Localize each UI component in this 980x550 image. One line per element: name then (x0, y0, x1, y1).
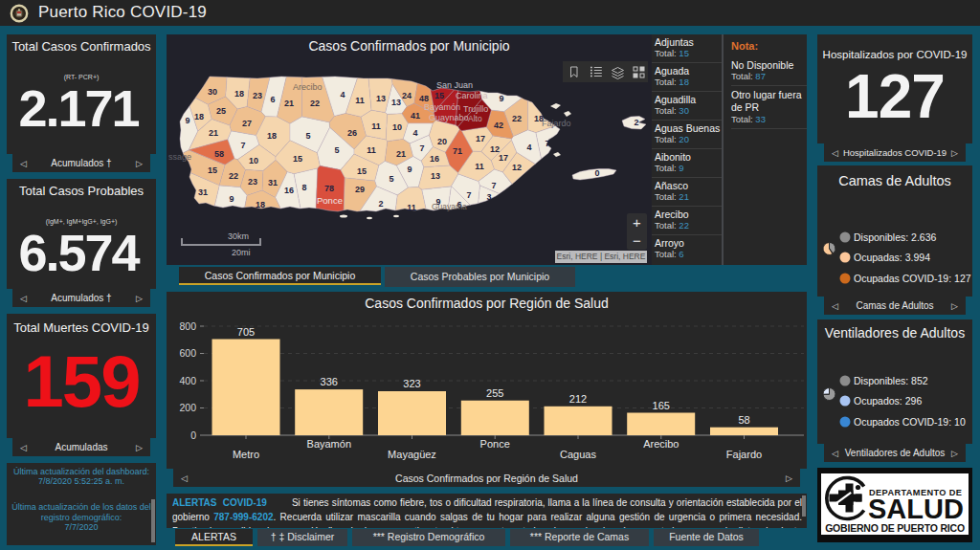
svg-text:Metro: Metro (233, 449, 259, 460)
svg-text:5: 5 (305, 131, 310, 141)
svg-text:21: 21 (284, 99, 294, 108)
svg-text:13: 13 (431, 171, 440, 181)
svg-text:9: 9 (499, 94, 503, 103)
svg-text:20: 20 (437, 137, 447, 146)
svg-text:Disponibles: 852: Disponibles: 852 (854, 375, 928, 386)
svg-text:78: 78 (324, 184, 334, 193)
svg-text:Bayamón: Bayamón (307, 438, 351, 450)
svg-text:Arecibo: Arecibo (293, 82, 323, 92)
svg-text:25: 25 (216, 106, 226, 116)
svg-text:10: 10 (249, 156, 258, 165)
svg-text:Ponce: Ponce (317, 195, 343, 206)
svg-text:15: 15 (434, 91, 444, 100)
svg-text:10: 10 (392, 122, 402, 132)
svg-text:Caguas: Caguas (560, 449, 596, 460)
svg-text:212: 212 (569, 393, 587, 405)
svg-text:Carolina: Carolina (456, 91, 488, 100)
svg-text:71: 71 (453, 146, 462, 156)
svg-text:58: 58 (214, 149, 224, 159)
svg-text:9: 9 (229, 194, 234, 204)
svg-text:Ocupadas: 3.994: Ocupadas: 3.994 (854, 252, 930, 263)
svg-text:Ocupados: 296: Ocupados: 296 (854, 395, 922, 407)
svg-text:23: 23 (253, 91, 262, 100)
svg-text:400: 400 (179, 375, 196, 386)
svg-text:Ocupados COVID-19: 10: Ocupados COVID-19: 10 (854, 416, 966, 428)
svg-text:323: 323 (403, 378, 420, 389)
svg-text:Mayagüez: Mayagüez (388, 449, 436, 460)
svg-text:3: 3 (486, 192, 491, 202)
svg-text:Disponibles: 2.636: Disponibles: 2.636 (854, 231, 937, 243)
svg-text:9: 9 (185, 116, 189, 125)
svg-text:Guayama: Guayama (432, 202, 467, 211)
svg-text:7: 7 (545, 139, 549, 148)
svg-text:2: 2 (378, 199, 383, 209)
svg-text:Ponce: Ponce (480, 438, 510, 450)
svg-text:18: 18 (256, 200, 265, 209)
svg-text:ssage: ssage (168, 152, 191, 162)
svg-text:2: 2 (634, 118, 638, 127)
svg-text:29: 29 (355, 185, 365, 194)
svg-text:58: 58 (738, 414, 749, 426)
svg-text:41: 41 (411, 111, 420, 121)
svg-text:21: 21 (209, 128, 218, 138)
svg-text:4: 4 (412, 128, 417, 138)
svg-text:Ocupadas COVID-19: 127: Ocupadas COVID-19: 127 (854, 273, 971, 284)
svg-text:255: 255 (486, 387, 503, 399)
svg-text:13: 13 (391, 98, 401, 107)
svg-text:11: 11 (355, 96, 365, 105)
svg-text:9: 9 (407, 165, 412, 174)
svg-text:27: 27 (242, 119, 252, 128)
svg-text:5: 5 (389, 174, 393, 184)
svg-text:26: 26 (347, 128, 357, 138)
svg-text:7: 7 (419, 143, 424, 153)
svg-text:5: 5 (334, 145, 339, 155)
svg-text:18: 18 (194, 112, 204, 121)
svg-text:15: 15 (357, 166, 367, 176)
svg-text:600: 600 (179, 347, 196, 359)
svg-text:800: 800 (179, 320, 196, 332)
svg-text:8: 8 (301, 183, 306, 192)
svg-text:7: 7 (466, 190, 471, 200)
svg-text:Fajardo: Fajardo (726, 449, 762, 460)
svg-text:0: 0 (190, 429, 196, 441)
svg-text:22: 22 (310, 99, 320, 108)
svg-text:Arecibo: Arecibo (643, 438, 679, 450)
svg-text:0: 0 (594, 168, 599, 178)
svg-text:31: 31 (268, 178, 278, 187)
svg-text:200: 200 (179, 402, 196, 413)
svg-text:22: 22 (512, 114, 522, 123)
svg-text:SALUD: SALUD (868, 494, 964, 524)
svg-text:30: 30 (208, 87, 217, 97)
svg-text:17: 17 (476, 134, 485, 143)
svg-text:Fajardo: Fajardo (542, 119, 571, 128)
svg-text:11: 11 (367, 145, 376, 155)
svg-text:11: 11 (475, 162, 484, 171)
svg-text:42: 42 (494, 121, 503, 130)
svg-text:22: 22 (229, 171, 238, 181)
svg-text:705: 705 (237, 326, 255, 338)
svg-text:Guaynabo: Guaynabo (429, 113, 469, 122)
svg-text:Bayamón: Bayamón (424, 102, 460, 112)
svg-text:18: 18 (234, 89, 244, 99)
svg-text:GOBIERNO DE PUERTO RICO: GOBIERNO DE PUERTO RICO (825, 522, 965, 534)
svg-text:24: 24 (402, 91, 412, 100)
svg-text:16: 16 (430, 154, 439, 164)
svg-text:4: 4 (340, 90, 345, 99)
svg-text:15: 15 (293, 154, 302, 164)
svg-text:15: 15 (208, 165, 217, 175)
svg-text:11: 11 (371, 121, 381, 131)
svg-text:6: 6 (270, 95, 275, 104)
svg-text:23: 23 (248, 177, 257, 187)
svg-text:336: 336 (321, 376, 338, 387)
svg-text:21: 21 (396, 149, 406, 159)
svg-text:18: 18 (267, 131, 277, 141)
svg-text:7: 7 (491, 181, 496, 190)
svg-text:12: 12 (512, 163, 522, 172)
svg-text:165: 165 (653, 400, 670, 411)
svg-text:11: 11 (407, 203, 416, 212)
svg-text:San Juan: San Juan (436, 80, 473, 90)
svg-text:17: 17 (499, 153, 508, 163)
svg-text:16: 16 (284, 186, 294, 195)
svg-text:7: 7 (240, 141, 245, 150)
svg-text:31: 31 (198, 187, 208, 197)
